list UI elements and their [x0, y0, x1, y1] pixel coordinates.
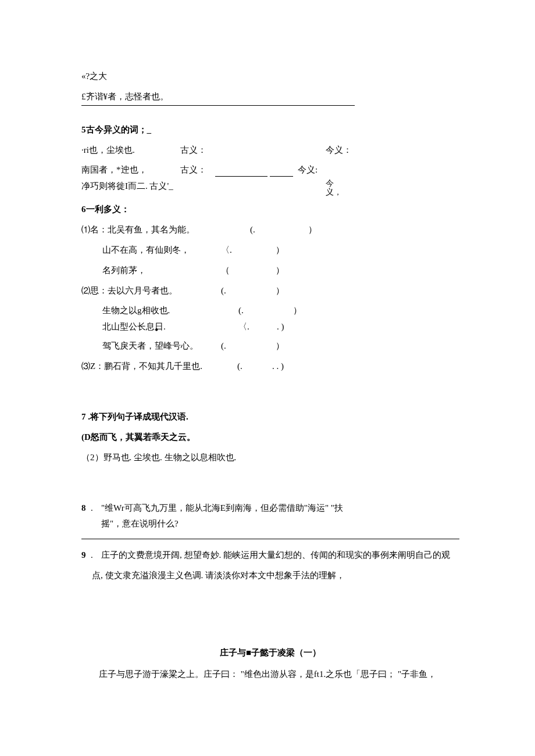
q6-2-a: 生物之以g相收也. (. ）: [81, 303, 459, 317]
num: 7 .将下列句子译成现代汉语.: [81, 412, 188, 421]
text: 庄子的文费意境开阔, 想望奇妙. 能峡运用大量幻想的、传闻的和现实的事例来阐明自…: [101, 547, 459, 563]
text: 古义：: [180, 142, 326, 158]
spacer: [255, 359, 272, 374]
q5-row2: 南国者，*迚也， 古义： 今义:: [81, 163, 459, 177]
text: 驾飞戾天者，望峰号心。: [102, 338, 221, 354]
q6-1-a: 山不在高，有仙则冬， 〈. ）: [81, 242, 459, 258]
q7-a: (D怒而飞，其翼若乖天之云。: [81, 429, 459, 445]
text: 净巧则将徙I而二. 古义'_: [81, 179, 256, 197]
paren-left: (.: [221, 283, 241, 299]
paren-left: (.: [238, 303, 258, 317]
blank: [270, 163, 293, 177]
answer-line: [81, 539, 459, 539]
text: 名列前茅，: [102, 263, 221, 278]
q6-2-head: ⑵思：去以六月号者也。 (. ）: [81, 283, 459, 299]
paren-right: ）: [308, 222, 317, 238]
text-line: «?之大: [81, 69, 459, 84]
text: ⑴名：北吴有鱼，其名为能。: [81, 222, 250, 238]
num: 9: [81, 547, 91, 563]
text: 山不在高，有仙则冬，: [102, 242, 221, 258]
text: 今义:: [298, 163, 318, 177]
paren-left: (.: [237, 359, 255, 374]
q6-2-c: 驾飞戾天者，望峰号心。 (. ）: [81, 338, 459, 354]
spacer: [256, 179, 326, 197]
spacer: [258, 303, 293, 317]
q6-3-head: ⑶Z：鹏石背，不知其几千里也. (. . . ): [81, 359, 459, 374]
paren-right: ）: [276, 338, 284, 354]
q9-line2: 点, 使文隶充溢浪漫主义色调. 请淡淡你对本文中想象手法的理解，: [81, 568, 459, 583]
line1: 庄子的文费意境开阔, 想望奇妙. 能峡运用大量幻想的、传闻的和现实的事例来阐明自…: [101, 550, 450, 560]
q8: 8 . "维Wr可高飞九万里，能从北海E到南海，但必需借助"海运" "扶 摇"，…: [81, 500, 459, 532]
subtitle: 庄子与■子懿于凌梁（一）: [81, 647, 459, 658]
text: 义，: [326, 188, 342, 196]
q5-title: 5古今异义的词；_: [81, 122, 459, 138]
text: 生物之以g相收也.: [102, 303, 238, 317]
q6-1-b: 名列前茅， （ ）: [81, 263, 459, 278]
spacer: [241, 283, 276, 299]
q5-row1: ·ri也，尘埃也. 古义： 今义：: [81, 142, 459, 158]
paren-left: 〈.: [238, 320, 258, 334]
paren-left: 〈.: [221, 242, 241, 258]
q6-title: 6一利多义：: [81, 202, 459, 217]
underlined-line: £齐谐¥者，志怪者也。: [81, 89, 355, 106]
spacer: [258, 320, 277, 334]
q6-1-head: ⑴名：北吴有鱼，其名为能。 (. ）: [81, 222, 459, 238]
q5-row3: 净巧则将徙I而二. 古义'_ 今 义，: [81, 179, 459, 197]
q7-title: 7 .将下列句子译成现代汉语.: [81, 409, 459, 425]
spacer: [241, 338, 276, 354]
num: 8: [81, 500, 91, 516]
dot: .: [91, 547, 101, 563]
vertical-text: 今 义，: [326, 179, 342, 197]
paren-right: . ): [277, 320, 284, 334]
text: £齐谐¥者，志怪者也。: [81, 92, 169, 101]
paren-left: (.: [250, 222, 273, 238]
paren-right: ）: [276, 263, 284, 278]
text: ·ri也，尘埃也.: [81, 142, 180, 158]
blank: [215, 163, 268, 177]
spacer: [241, 242, 276, 258]
paren-right: ）: [276, 242, 284, 258]
text: (D怒而飞，其翼若乖天之云。: [81, 432, 195, 442]
q7-b: （2）野马也. 尘埃也. 生物之以息相吹也.: [81, 450, 459, 465]
text: 古义：: [180, 163, 215, 177]
paren-left: （: [221, 263, 241, 278]
line2: 摇"，意在说明什么?: [101, 519, 179, 528]
text: 南国者，*迚也，: [81, 163, 180, 177]
dot: .: [91, 500, 101, 516]
text: 今义：: [326, 142, 352, 158]
paren-right: ）: [276, 283, 284, 299]
q6-2-b: 北山型公长息日. 〈. . ) •: [81, 320, 459, 334]
text: ⑶Z：鹏石背，不知其几千里也.: [81, 359, 237, 374]
q9: 9 . 庄子的文费意境开阔, 想望奇妙. 能峡运用大量幻想的、传闻的和现实的事例…: [81, 547, 459, 563]
paren-right: . . ): [272, 359, 284, 374]
text: 今: [326, 179, 342, 188]
label: 5古今异义的词；_: [81, 125, 151, 134]
label: 6一利多义：: [81, 205, 130, 214]
spacer: [273, 222, 308, 238]
paragraph: 庄子与思子游于濠粱之上。庄子曰： "维色出游从容，是ft1.之乐也「思子曰； "…: [81, 667, 459, 682]
text: 北山型公长息日.: [102, 320, 238, 334]
line1: "维Wr可高飞九万里，能从北海E到南海，但必需借助"海运" "扶: [101, 503, 343, 513]
text: "维Wr可高飞九万里，能从北海E到南海，但必需借助"海运" "扶 摇"，意在说明…: [101, 500, 459, 532]
text: ⑵思：去以六月号者也。: [81, 283, 221, 299]
spacer: [241, 263, 276, 278]
paren-right: ）: [293, 303, 302, 317]
paren-left: (.: [221, 338, 241, 354]
